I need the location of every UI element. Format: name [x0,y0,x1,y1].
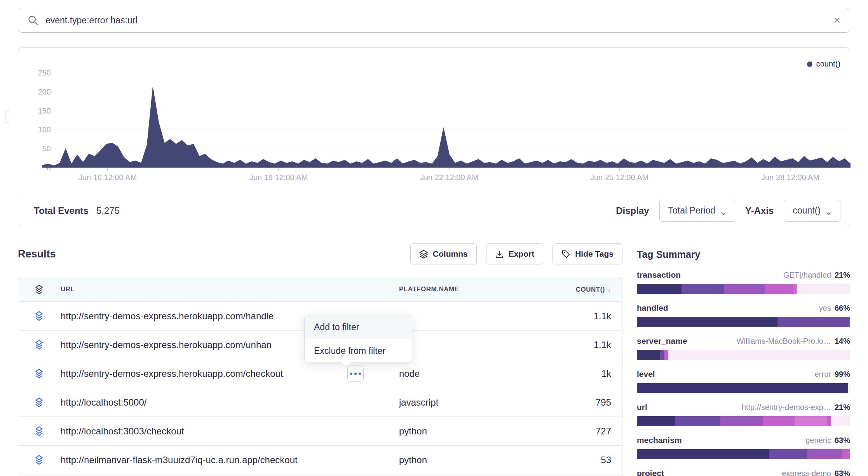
download-icon [495,250,504,259]
url-cell[interactable]: http://localhost:5000/ [61,397,399,408]
url-cell[interactable]: http://neilmanvar-flask-m3uuizd7iq-uc.a.… [61,455,399,466]
x-axis-tick-mark [790,168,791,171]
tag-distribution-bar[interactable] [637,416,850,426]
stack-icon[interactable] [34,397,61,408]
clear-search-icon[interactable]: × [833,14,840,26]
discover-events-page: event.type:error has:url × count() 250 2… [0,0,868,476]
x-axis-tick-mark [107,168,108,171]
context-menu: Add to filter Exclude from filter [304,315,412,363]
tag-summary-heading: Tag Summary [637,249,850,260]
display-value: Total Period [668,205,715,216]
tag-distribution-bar[interactable] [637,383,850,393]
tag-entry-mechanism[interactable]: mechanism generic63% [637,436,850,459]
event-volume-chart[interactable] [42,66,851,168]
x-axis-tick-mark [278,168,279,171]
tag-distribution-bar[interactable] [637,284,850,294]
platform-cell: python [399,455,562,466]
results-header: Results Columns Export Hide Tags [18,243,622,264]
table-row [18,474,622,476]
total-events-value: 5,275 [96,205,120,216]
ellipsis-icon [354,373,357,375]
stack-icon[interactable] [34,368,61,379]
stack-icon[interactable] [34,426,61,436]
row-actions-button[interactable] [347,366,364,382]
column-header-count[interactable]: COUNT()↓ [562,285,611,294]
sidebar-resize-handle[interactable] [5,110,9,124]
tag-entry-level[interactable]: level error99% [637,369,850,393]
x-axis-label: Jun 16 12:00 AM [65,173,150,182]
x-axis-tick-mark [619,168,620,171]
ellipsis-icon [350,373,352,375]
count-cell: 1k [562,368,611,379]
count-cell: 1.1k [562,311,611,322]
table-row[interactable]: http://sentry-demos-express.herokuapp.co… [18,359,622,388]
events-chart-panel: count() 250 200 150 100 50 0 Jun 16 12:0… [18,47,850,227]
count-cell: 795 [562,397,611,408]
table-header-row: URL PLATFORM.NAME COUNT()↓ [18,277,622,301]
tag-entry-transaction[interactable]: transaction GET|/handled21% [637,270,850,294]
x-axis-label: Jun 19 12:00 AM [236,173,321,182]
tag-entry-handled[interactable]: handled yes66% [637,303,850,327]
exclude-from-filter-item[interactable]: Exclude from filter [305,339,412,362]
chevron-down-icon [721,208,726,214]
platform-cell: node [399,368,562,379]
tag-entry-project[interactable]: project express-demo63% [637,469,850,476]
table-row[interactable]: http://localhost:3003/checkout python 72… [18,416,622,445]
tag-distribution-bar[interactable] [637,350,850,360]
export-button[interactable]: Export [486,243,544,264]
results-heading: Results [18,248,56,260]
x-axis-label: Jun 28 12:00 AM [748,173,833,182]
search-icon [28,15,38,26]
columns-button[interactable]: Columns [410,243,477,264]
tag-entry-server-name[interactable]: server_name Williams-MacBook-Pro.lo…14% [637,336,850,360]
tag-icon [561,250,570,259]
tag-entry-url[interactable]: url http://sentry-demos-exp…21% [637,402,850,426]
x-axis-label: Jun 22 12:00 AM [406,173,492,182]
yaxis-select[interactable]: count() [784,200,840,222]
sort-desc-icon: ↓ [607,285,611,293]
chevron-down-icon [826,208,831,214]
hide-tags-button[interactable]: Hide Tags [553,243,622,264]
results-table: URL PLATFORM.NAME COUNT()↓ http://sentry… [18,277,622,476]
stack-icon[interactable] [34,311,61,321]
search-input[interactable]: event.type:error has:url [45,15,833,26]
tag-distribution-bar[interactable] [637,449,850,459]
display-select[interactable]: Total Period [659,200,735,222]
column-header-url[interactable]: URL [61,285,399,293]
count-cell: 727 [562,426,611,437]
display-label: Display [616,205,649,216]
stack-icon[interactable] [34,284,61,295]
tag-distribution-bar[interactable] [637,317,850,327]
yaxis-label: Y-Axis [745,205,774,216]
layers-icon [419,250,428,259]
chart-footer: Total Events 5,275 Display Total Period … [18,194,850,227]
ellipsis-icon [359,373,361,375]
platform-cell: javascript [399,397,562,408]
search-bar[interactable]: event.type:error has:url × [18,8,850,33]
add-to-filter-item[interactable]: Add to filter [305,315,412,339]
x-axis-label: Jun 25 12:00 AM [577,173,662,182]
count-cell: 1.1k [562,340,611,350]
x-axis-tick-mark [449,168,450,171]
total-events-label: Total Events [34,205,89,216]
table-row[interactable]: http://localhost:5000/ javascript 795 [18,388,622,416]
stack-icon[interactable] [34,455,61,465]
yaxis-value: count() [793,205,821,216]
column-header-platform[interactable]: PLATFORM.NAME [399,285,562,293]
stack-icon[interactable] [34,340,61,350]
url-cell[interactable]: http://localhost:3003/checkout [61,426,399,437]
table-row[interactable]: http://neilmanvar-flask-m3uuizd7iq-uc.a.… [18,445,622,474]
platform-cell: python [399,426,562,437]
count-cell: 53 [562,455,611,466]
tag-summary-panel: Tag Summary transaction GET|/handled21% … [637,249,850,476]
area-series [42,66,851,168]
